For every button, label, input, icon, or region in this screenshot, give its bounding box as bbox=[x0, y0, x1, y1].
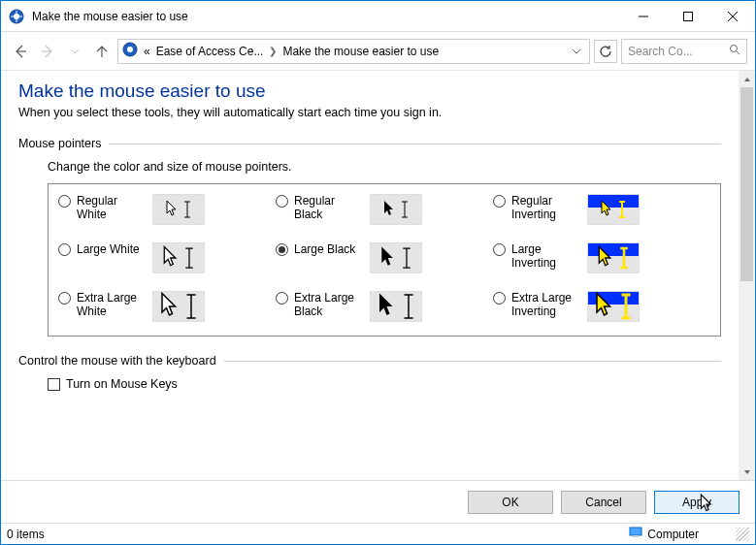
radio-large-inverting[interactable]: Large Inverting bbox=[493, 242, 710, 273]
radio-icon bbox=[276, 243, 288, 256]
divider bbox=[109, 144, 721, 144]
breadcrumb-overflow: « bbox=[144, 45, 150, 58]
cursor-preview bbox=[152, 291, 205, 322]
refresh-button[interactable] bbox=[594, 40, 617, 63]
section-keyboard-header: Control the mouse with the keyboard bbox=[18, 354, 216, 368]
divider bbox=[224, 361, 721, 362]
computer-icon bbox=[628, 527, 643, 541]
checkbox-label: Turn on Mouse Keys bbox=[66, 377, 178, 391]
radio-regular-inverting[interactable]: Regular Inverting bbox=[493, 194, 710, 225]
radio-icon bbox=[276, 292, 288, 305]
svg-line-11 bbox=[737, 51, 740, 54]
chevron-right-icon: ❯ bbox=[269, 46, 277, 56]
cursor-preview bbox=[152, 194, 205, 225]
radio-icon bbox=[493, 195, 506, 208]
section-description: Change the color and size of mouse point… bbox=[48, 160, 721, 174]
radio-icon bbox=[276, 195, 288, 208]
svg-rect-3 bbox=[684, 12, 693, 20]
cursor-preview bbox=[152, 242, 205, 273]
app-icon bbox=[9, 9, 24, 24]
close-button[interactable] bbox=[710, 1, 755, 31]
breadcrumb-segment-1[interactable]: Ease of Access Ce... bbox=[156, 45, 264, 58]
checkbox-icon bbox=[48, 378, 60, 391]
status-location: Computer bbox=[647, 528, 699, 541]
radio-extra-large-black[interactable]: Extra Large Black bbox=[276, 291, 493, 322]
cursor-preview bbox=[587, 194, 640, 225]
search-placeholder: Search Co... bbox=[628, 45, 693, 58]
cursor-preview bbox=[587, 242, 640, 273]
recent-dropdown[interactable] bbox=[63, 40, 86, 63]
radio-icon bbox=[58, 243, 71, 256]
radio-icon bbox=[58, 292, 71, 305]
radio-regular-black[interactable]: Regular Black bbox=[276, 194, 493, 225]
search-input[interactable]: Search Co... bbox=[621, 39, 747, 64]
location-icon bbox=[122, 42, 138, 60]
cancel-button[interactable]: Cancel bbox=[561, 491, 646, 514]
forward-button[interactable] bbox=[36, 40, 59, 63]
cursor-preview bbox=[370, 194, 422, 225]
search-icon bbox=[729, 44, 740, 58]
breadcrumb-segment-2[interactable]: Make the mouse easier to use bbox=[282, 45, 439, 58]
page-title: Make the mouse easier to use bbox=[18, 80, 721, 102]
breadcrumb-history-dropdown[interactable] bbox=[568, 47, 585, 56]
cursor-preview bbox=[370, 242, 422, 273]
breadcrumb[interactable]: « Ease of Access Ce... ❯ Make the mouse … bbox=[117, 39, 590, 64]
radio-icon bbox=[493, 243, 506, 256]
radio-large-black[interactable]: Large Black bbox=[276, 242, 493, 273]
radio-icon bbox=[493, 292, 506, 305]
svg-rect-12 bbox=[630, 528, 641, 535]
up-button[interactable] bbox=[90, 40, 114, 63]
ok-button[interactable]: OK bbox=[468, 491, 553, 514]
back-button[interactable] bbox=[9, 40, 32, 63]
vertical-scrollbar[interactable] bbox=[739, 71, 755, 480]
radio-extra-large-inverting[interactable]: Extra Large Inverting bbox=[493, 291, 710, 322]
scroll-thumb[interactable] bbox=[740, 87, 753, 281]
window-title: Make the mouse easier to use bbox=[32, 10, 621, 23]
page-subtitle: When you select these tools, they will a… bbox=[18, 106, 721, 119]
scroll-up-arrow[interactable] bbox=[739, 71, 755, 87]
svg-point-9 bbox=[127, 47, 133, 52]
radio-extra-large-white[interactable]: Extra Large White bbox=[58, 291, 276, 322]
section-mouse-pointers-header: Mouse pointers bbox=[18, 137, 101, 150]
mouse-keys-checkbox[interactable]: Turn on Mouse Keys bbox=[48, 377, 721, 391]
scroll-down-arrow[interactable] bbox=[739, 464, 755, 480]
status-item-count: 0 items bbox=[7, 528, 45, 541]
apply-button[interactable]: Apply bbox=[654, 491, 740, 514]
svg-point-10 bbox=[731, 46, 738, 52]
radio-large-white[interactable]: Large White bbox=[58, 242, 276, 273]
pointer-options-group: Regular White Regular Black Regular Inve… bbox=[48, 183, 721, 337]
radio-icon bbox=[58, 195, 71, 208]
maximize-button[interactable] bbox=[666, 1, 710, 31]
cursor-preview bbox=[370, 291, 422, 322]
svg-rect-13 bbox=[633, 535, 639, 537]
svg-point-1 bbox=[14, 14, 19, 19]
radio-regular-white[interactable]: Regular White bbox=[58, 194, 276, 225]
minimize-button[interactable] bbox=[621, 1, 666, 31]
cursor-preview bbox=[587, 291, 640, 322]
resize-grip[interactable] bbox=[736, 528, 749, 541]
